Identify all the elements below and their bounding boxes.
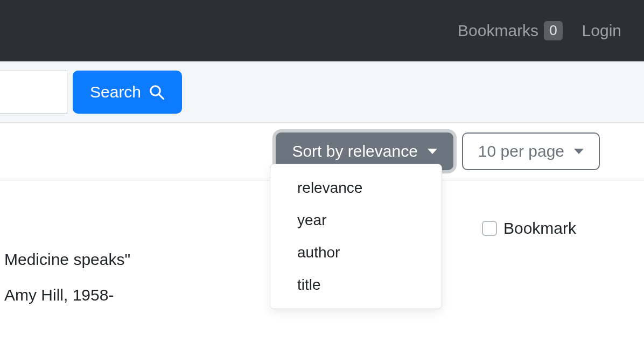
login-link[interactable]: Login: [582, 22, 621, 40]
search-button[interactable]: Search: [73, 71, 182, 114]
bookmarks-count-badge: 0: [544, 21, 562, 40]
svg-line-1: [159, 94, 163, 99]
search-button-label: Search: [90, 83, 141, 101]
sort-option-author[interactable]: author: [270, 236, 442, 269]
sort-option-relevance[interactable]: relevance: [270, 172, 442, 204]
sort-controls-row: Sort by relevance 10 per page relevance …: [0, 123, 644, 180]
per-page-button[interactable]: 10 per page: [462, 132, 600, 170]
search-bar: Search: [0, 61, 644, 123]
result-author-fragment: Amy Hill, 1958-: [4, 286, 114, 304]
per-page-label: 10 per page: [478, 142, 564, 160]
search-input[interactable]: [0, 71, 67, 114]
bookmarks-link[interactable]: Bookmarks 0: [458, 21, 563, 40]
result-title-fragment: Medicine speaks": [4, 250, 130, 269]
login-label: Login: [582, 22, 621, 40]
caret-down-icon: [574, 149, 584, 154]
sort-dropdown: relevance year author title: [270, 164, 442, 309]
sort-option-title[interactable]: title: [270, 269, 442, 301]
bookmark-label: Bookmark: [503, 219, 576, 238]
bookmark-checkbox[interactable]: [482, 221, 497, 236]
bookmark-toggle[interactable]: Bookmark: [482, 219, 576, 238]
caret-down-icon: [428, 149, 437, 154]
bookmarks-label: Bookmarks: [458, 22, 538, 40]
sort-option-year[interactable]: year: [270, 204, 442, 236]
top-navbar: Bookmarks 0 Login: [0, 0, 644, 61]
search-icon: [149, 84, 165, 100]
sort-by-label: Sort by relevance: [292, 142, 417, 160]
